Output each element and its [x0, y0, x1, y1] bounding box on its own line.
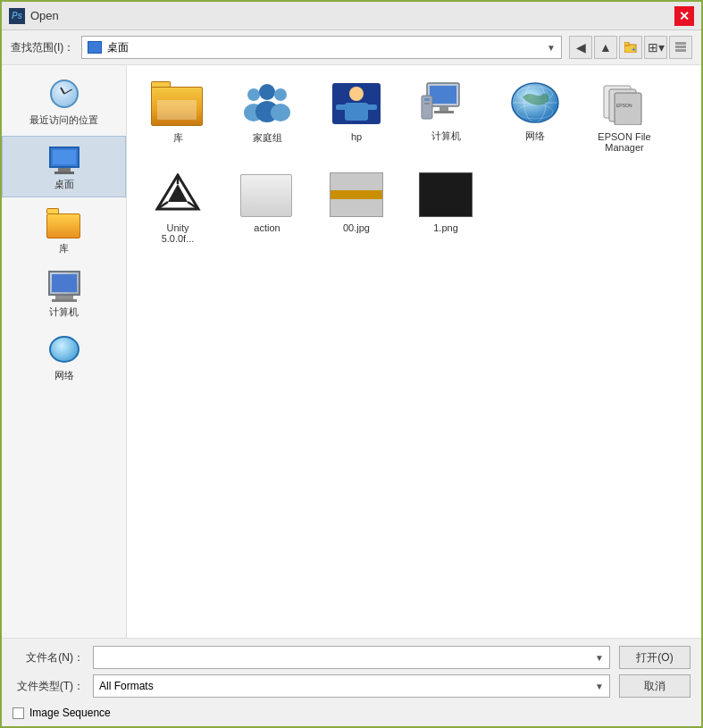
location-inner: 桌面: [88, 40, 547, 55]
new-folder-button[interactable]: +: [619, 36, 642, 59]
open-button[interactable]: 打开(O): [619, 646, 690, 669]
file-epson-label: EPSON File Manager: [598, 131, 650, 153]
svg-point-11: [271, 104, 290, 121]
file-item-png[interactable]: 1.png: [406, 167, 486, 249]
sidebar-desktop-label: 桌面: [54, 178, 74, 191]
filetype-dropdown[interactable]: All Formats ▼: [93, 674, 610, 698]
epson-icon: EPSON: [598, 81, 651, 126]
action-folder-icon: [240, 172, 294, 217]
folder-main: [151, 87, 203, 126]
library-folder-body: [46, 213, 80, 238]
file-hp-label: hp: [351, 131, 362, 142]
library-folder-icon: [151, 81, 205, 126]
sidebar-recent-label: 最近访问的位置: [29, 113, 98, 127]
filetype-row: 文件类型(T)： All Formats ▼ 取消: [13, 674, 690, 698]
image-sequence-label: Image Sequence: [29, 707, 111, 719]
monitor-foot: [52, 299, 77, 302]
view-toggle-button[interactable]: ⊞▾: [644, 36, 667, 59]
monitor-wrap: [48, 271, 80, 302]
recent-icon: [46, 78, 82, 110]
svg-text:+: +: [632, 46, 636, 53]
main-content: 最近访问的位置 桌面 库: [2, 65, 701, 638]
svg-rect-4: [675, 46, 686, 48]
desktop-monitor: [49, 146, 80, 168]
toolbar: 查找范围(I)： 桌面 ▼ ◀ ▲ + ⊞▾: [2, 30, 701, 65]
svg-point-10: [274, 88, 287, 101]
svg-point-13: [349, 87, 364, 101]
svg-rect-1: [624, 42, 629, 46]
hp-icon: [330, 81, 383, 126]
file-png-label: 1.png: [433, 222, 458, 233]
sidebar-item-network[interactable]: 网络: [2, 328, 126, 388]
sidebar-item-library[interactable]: 库: [2, 201, 126, 261]
svg-rect-22: [424, 98, 430, 101]
sidebar-network-label: 网络: [54, 369, 74, 382]
svg-rect-16: [366, 105, 377, 110]
ps-icon: Ps: [9, 8, 25, 24]
title-bar: Ps Open ✕: [2, 2, 701, 30]
unity-icon: [151, 172, 205, 217]
svg-rect-20: [434, 111, 454, 113]
back-button[interactable]: ◀: [569, 36, 592, 59]
file-item-epson[interactable]: EPSON EPSON File Manager: [584, 76, 665, 158]
svg-point-6: [247, 88, 260, 101]
filename-label: 文件名(N)：: [13, 650, 84, 665]
clock-icon: [50, 79, 79, 108]
file-item-jpg[interactable]: 00.jpg: [316, 167, 397, 249]
sidebar-item-computer[interactable]: 计算机: [2, 264, 126, 324]
sidebar-item-recent[interactable]: 最近访问的位置: [2, 72, 126, 132]
filename-input[interactable]: ▼: [93, 646, 610, 669]
file-jpg-label: 00.jpg: [343, 222, 370, 233]
file-library-label: 库: [173, 131, 183, 145]
desktop-icon: [46, 142, 82, 174]
svg-rect-33: [615, 93, 641, 125]
cancel-button[interactable]: 取消: [619, 674, 690, 698]
monitor-body: [48, 271, 80, 296]
network-sidebar-icon: [46, 333, 82, 365]
homegroup-icon: [240, 81, 294, 126]
sidebar-item-desktop[interactable]: 桌面: [2, 136, 126, 197]
action-folder-body: [240, 174, 292, 217]
toolbar-buttons: ◀ ▲ + ⊞▾: [569, 36, 692, 59]
filename-row: 文件名(N)： ▼ 打开(O): [13, 646, 690, 669]
file-row-1: 库: [138, 76, 690, 158]
file-computer-label: 计算机: [431, 130, 461, 143]
file-item-action[interactable]: action: [227, 167, 307, 249]
file-action-label: action: [254, 222, 280, 233]
file-item-homegroup[interactable]: 家庭组: [227, 76, 307, 158]
desktop-screen: [53, 150, 76, 164]
svg-rect-15: [336, 105, 347, 110]
location-label: 查找范围(I)：: [11, 40, 74, 55]
svg-text:EPSON: EPSON: [616, 103, 632, 108]
tools-button[interactable]: [669, 36, 692, 59]
filetype-label: 文件类型(T)：: [13, 679, 84, 694]
location-value: 桌面: [107, 40, 129, 55]
close-button[interactable]: ✕: [674, 6, 694, 26]
file-item-computer[interactable]: 计算机: [406, 76, 486, 158]
image-sequence-row: Image Sequence: [13, 703, 690, 719]
file-item-library[interactable]: 库: [138, 76, 218, 158]
file-item-unity[interactable]: Unity 5.0.0f...: [138, 167, 218, 249]
jpg-stripe: [331, 190, 382, 199]
svg-rect-14: [345, 103, 368, 121]
computer-grid-icon: [420, 81, 472, 124]
footer: 文件名(N)： ▼ 打开(O) 文件类型(T)： All Formats ▼ 取…: [2, 638, 701, 726]
dialog-title: Open: [30, 9, 59, 22]
file-homegroup-label: 家庭组: [253, 131, 282, 145]
file-row-2: Unity 5.0.0f... action 00.jp: [138, 167, 690, 249]
up-button[interactable]: ▲: [594, 36, 617, 59]
location-icon: [88, 41, 102, 54]
file-unity-label: Unity 5.0.0f...: [162, 222, 195, 244]
sidebar: 最近访问的位置 桌面 库: [2, 65, 127, 638]
filetype-value: All Formats: [99, 680, 154, 692]
clock-minute-hand: [63, 89, 71, 95]
open-dialog: Ps Open ✕ 查找范围(I)： 桌面 ▼ ◀ ▲ + ⊞▾: [0, 0, 703, 728]
file-grid: 库: [127, 65, 701, 638]
folder-overlay: [157, 100, 197, 120]
file-item-hp[interactable]: hp: [316, 76, 397, 158]
computer-sidebar-icon: [46, 270, 82, 302]
image-sequence-checkbox[interactable]: [13, 707, 24, 719]
monitor-screen: [52, 274, 77, 292]
location-dropdown[interactable]: 桌面 ▼: [81, 36, 562, 59]
file-item-network[interactable]: 网络: [495, 76, 575, 158]
